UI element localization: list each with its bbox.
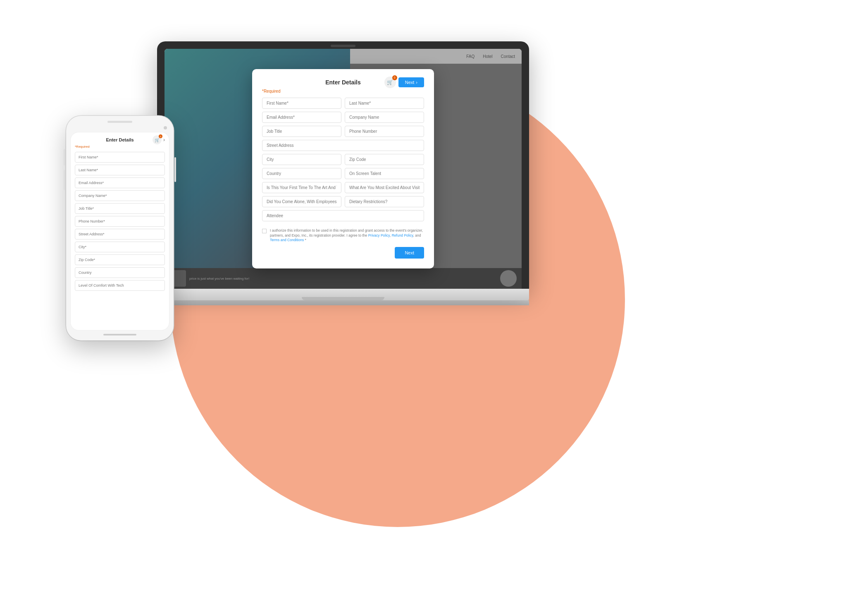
phone-cart-badge: 0 [159, 134, 162, 138]
phone-speaker [107, 121, 132, 123]
email-input[interactable] [262, 112, 341, 123]
phone-next-chevron[interactable]: › [163, 137, 165, 143]
form-row-firsttime-excited [262, 182, 424, 193]
excited-input[interactable] [345, 182, 424, 193]
laptop-modal-header: Enter Details 🛒 0 Next › [262, 79, 424, 86]
phone-company-input[interactable] [75, 190, 165, 201]
phone-required-label: *Required [75, 145, 165, 149]
phone-content: Enter Details 🛒 0 › *Required [71, 132, 169, 298]
laptop-website: FAQ Hotel Contact Carlton Hotel m speake… [165, 49, 522, 289]
laptop-modal-overlay: Enter Details 🛒 0 Next › [165, 49, 522, 289]
laptop-modal-title: Enter Details [325, 79, 361, 86]
phone-modal-header: Enter Details 🛒 0 › [75, 137, 165, 142]
main-container: FAQ Hotel Contact Carlton Hotel m speake… [0, 0, 868, 599]
on-screen-input[interactable] [345, 168, 424, 179]
form-row-city-zip [262, 154, 424, 165]
phone-modal-title: Enter Details [106, 137, 134, 142]
phone-camera-row [70, 126, 169, 129]
consent-checkbox[interactable] [262, 229, 267, 233]
cart-icon-wrap[interactable]: 🛒 0 [384, 77, 396, 88]
dietary-input[interactable] [345, 196, 424, 207]
terms-link[interactable]: Terms and Conditions [270, 238, 304, 242]
consent-text: I authorize this information to be used … [270, 228, 424, 243]
company-input[interactable] [345, 112, 424, 123]
phone-device: Enter Details 🛒 0 › *Required [66, 116, 174, 340]
street-input[interactable] [262, 140, 424, 151]
phone-zip-input[interactable] [75, 254, 165, 265]
phone-cart-icon[interactable]: 🛒 0 [153, 135, 162, 144]
phone-outer: Enter Details 🛒 0 › *Required [66, 116, 174, 340]
refund-policy-link[interactable]: Refund Policy [392, 233, 413, 237]
first-name-input[interactable] [262, 98, 341, 109]
laptop-device: FAQ Hotel Contact Carlton Hotel m speake… [157, 41, 529, 305]
phone-phone-input[interactable] [75, 216, 165, 227]
phone-comfort-input[interactable] [75, 280, 165, 291]
laptop-notch [331, 45, 355, 47]
cart-badge: 0 [392, 75, 397, 80]
phone-country-input[interactable] [75, 267, 165, 278]
form-row-came-dietary [262, 196, 424, 207]
phone-camera [164, 126, 167, 129]
phone-job-title-input[interactable] [75, 203, 165, 214]
form-row-email-company [262, 112, 424, 123]
phone-screen: Enter Details 🛒 0 › *Required [70, 132, 169, 331]
last-name-input[interactable] [345, 98, 424, 109]
phone-input[interactable] [345, 126, 424, 137]
phone-home-indicator [103, 334, 136, 335]
laptop-modal: Enter Details 🛒 0 Next › [252, 69, 434, 269]
phone-button-volume-mute [64, 149, 65, 165]
form-row-job-phone [262, 126, 424, 137]
attendee-input[interactable] [262, 210, 424, 221]
laptop-screen-inner: FAQ Hotel Contact Carlton Hotel m speake… [165, 49, 522, 289]
phone-city-input[interactable] [75, 242, 165, 252]
laptop-base [157, 289, 529, 300]
form-row-name [262, 98, 424, 109]
laptop-screen-outer: FAQ Hotel Contact Carlton Hotel m speake… [157, 41, 529, 289]
phone-first-name-input[interactable] [75, 152, 165, 163]
first-time-input[interactable] [262, 182, 341, 193]
next-button-top[interactable]: Next › [398, 77, 424, 87]
job-title-input[interactable] [262, 126, 341, 137]
phone-cart-wrap: 🛒 0 › [153, 135, 165, 144]
form-row-country-onscreen [262, 168, 424, 179]
zip-input[interactable] [345, 154, 424, 165]
modal-next-btn-bottom: Next [262, 247, 424, 259]
country-input[interactable] [262, 168, 341, 179]
laptop-stand [157, 300, 529, 305]
required-label: *Required [262, 89, 424, 93]
came-alone-input[interactable] [262, 196, 341, 207]
phone-last-name-input[interactable] [75, 165, 165, 175]
city-input[interactable] [262, 154, 341, 165]
phone-button-volume [64, 170, 65, 190]
privacy-policy-link[interactable]: Privacy Policy [368, 233, 390, 237]
phone-email-input[interactable] [75, 177, 165, 188]
phone-street-input[interactable] [75, 229, 165, 240]
phone-button-power [174, 157, 176, 182]
next-button-bottom[interactable]: Next [395, 247, 424, 259]
modal-footer: I authorize this information to be used … [262, 228, 424, 243]
laptop-modal-cart: 🛒 0 Next › [384, 77, 424, 88]
